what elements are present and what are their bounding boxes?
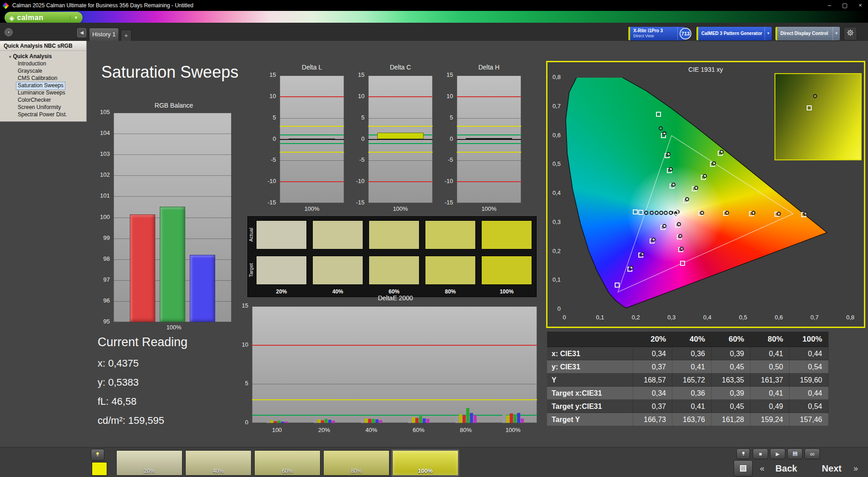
delta-e-bar xyxy=(379,420,382,423)
gridline xyxy=(280,75,344,76)
sidebar-collapse-button[interactable]: ◀ xyxy=(77,28,86,37)
table-header-cell: 80% xyxy=(750,332,789,347)
target-marker xyxy=(807,105,812,110)
table-cell: 0,54 xyxy=(789,400,829,413)
sidebar-item-grayscale[interactable]: Grayscale xyxy=(16,68,44,75)
x-axis-label: 100% xyxy=(280,205,344,212)
y-tick-label: 0,3 xyxy=(548,219,561,225)
close-button[interactable]: × xyxy=(853,0,868,11)
reference-line xyxy=(252,415,537,416)
x-tick-label: 20% xyxy=(318,427,330,433)
y-tick-label: 103 xyxy=(94,150,110,157)
table-cell: 0,49 xyxy=(750,400,789,413)
reference-line xyxy=(252,345,537,346)
sidebar-item-spectral-power-dist[interactable]: Spectral Power Dist. xyxy=(16,111,69,119)
reference-line xyxy=(368,181,433,182)
sidebar-item-saturation-sweeps[interactable]: Saturation Sweeps xyxy=(16,82,65,89)
gridline xyxy=(280,160,344,161)
y-tick-label: 15 xyxy=(347,71,365,78)
patch-button-20[interactable]: 20% xyxy=(116,450,182,476)
pin-button[interactable]: • xyxy=(5,28,13,36)
add-tab-button[interactable]: + xyxy=(121,30,132,41)
y-tick-label: -5 xyxy=(436,156,453,163)
back-button[interactable]: Back xyxy=(769,461,804,476)
settings-button[interactable] xyxy=(843,27,857,40)
window-title: Calman 2025 Calman Ultimate for Business… xyxy=(12,2,193,9)
lamp-button[interactable] xyxy=(91,449,104,461)
y-tick-label: -15 xyxy=(347,199,365,206)
delta-e-bar xyxy=(426,419,429,423)
pattern-generator-dropdown[interactable]: CalMED 3 Pattern Generator ▼ xyxy=(696,27,772,40)
delta-e-bar xyxy=(423,418,426,423)
tab-history-1[interactable]: History 1 xyxy=(89,28,119,41)
next-button[interactable]: Next xyxy=(814,461,849,476)
swatch-target-40 xyxy=(312,256,363,285)
y-tick-label: 0 xyxy=(259,135,276,142)
stop-icon xyxy=(740,465,746,472)
sidebar-item-cms-calibration[interactable]: CMS Calibration xyxy=(16,75,59,82)
reference-line xyxy=(252,399,537,400)
loop-icon: ∞ xyxy=(810,450,814,457)
loop-button[interactable]: ∞ xyxy=(804,448,820,459)
maximize-button[interactable]: ▢ xyxy=(837,0,853,11)
measurement-marker xyxy=(662,224,666,228)
y-tick-label: -15 xyxy=(436,199,453,206)
delta-c-plot xyxy=(368,75,433,203)
sidebar-tree-root[interactable]: Quick Analysis xyxy=(0,53,86,60)
gridline xyxy=(113,196,232,197)
next-chevron-button[interactable]: » xyxy=(850,461,862,476)
swatch-target-100 xyxy=(481,256,532,285)
reference-line xyxy=(368,126,433,127)
y-tick-label: -10 xyxy=(347,178,365,184)
y-tick-label: 0 xyxy=(548,305,561,312)
y-tick-label: 98 xyxy=(94,255,110,262)
chevron-down-icon: ▼ xyxy=(764,27,772,40)
x-tick-label: 0,8 xyxy=(846,314,854,321)
delta-e-bar xyxy=(325,419,328,423)
rgb-balance-chart: RGB Balance 100% 10510410310210110099989… xyxy=(94,102,234,330)
y-tick-label: -15 xyxy=(259,199,276,206)
stop-session-button[interactable] xyxy=(734,460,753,477)
measurement-marker xyxy=(813,94,817,98)
gridline xyxy=(113,134,232,134)
swatch-column-label: 60% xyxy=(389,288,399,295)
patch-button-60[interactable]: 60% xyxy=(254,450,321,476)
calman-logo-button[interactable]: ◈ calman ▼ xyxy=(5,12,83,24)
delta-e-bar xyxy=(372,419,375,423)
lamp-button-2[interactable] xyxy=(736,448,750,459)
patch-button-80[interactable]: 80% xyxy=(323,450,390,476)
sidebar-item-colorchecker[interactable]: ColorChecker xyxy=(16,97,52,104)
rainbow-strip xyxy=(0,11,868,23)
minimize-button[interactable]: – xyxy=(822,0,837,11)
swatch-target-20 xyxy=(256,256,307,285)
calman-logo-icon: ◈ xyxy=(9,15,15,21)
table-cell: 0,36 xyxy=(672,347,711,360)
gridline xyxy=(457,160,521,161)
play-button[interactable]: ▶ xyxy=(770,448,785,459)
display-control-dropdown[interactable]: Direct Display Control ▼ xyxy=(775,27,840,40)
patch-button-40[interactable]: 40% xyxy=(185,450,252,476)
reference-line xyxy=(280,134,344,135)
table-cell: 0,34 xyxy=(633,387,672,400)
sidebar-header: Quick Analysis NBC sRGB xyxy=(0,41,86,51)
delta-e-bar xyxy=(506,415,509,423)
sidebar-item-luminance-sweeps[interactable]: Luminance Sweeps xyxy=(16,89,67,97)
reference-line xyxy=(457,134,521,135)
y-tick-label: 95 xyxy=(94,318,110,325)
y-tick-label: 15 xyxy=(231,302,248,309)
stop-button[interactable]: ■ xyxy=(753,448,768,459)
results-table: 20%40%60%80%100%x: CIE310,340,360,390,41… xyxy=(547,332,829,426)
meter-dropdown[interactable]: X-Rite i1Pro 3 Direct View ▼ xyxy=(628,27,685,40)
patch-button-100[interactable]: 100% xyxy=(392,450,459,476)
swatch-actual-100 xyxy=(481,220,532,249)
table-cell: 0,37 xyxy=(633,360,672,373)
table-cell: 163,76 xyxy=(672,413,711,426)
back-chevron-button[interactable]: « xyxy=(756,461,768,476)
save-button[interactable] xyxy=(787,448,803,459)
delta-e-bar xyxy=(328,420,331,423)
reference-line xyxy=(457,181,521,182)
swatch-column-label: 20% xyxy=(276,288,287,295)
sidebar-item-screen-uniformity[interactable]: Screen Uniformity xyxy=(16,104,62,111)
play-icon: ▶ xyxy=(776,451,779,457)
sidebar-item-introduction[interactable]: Introduction xyxy=(16,60,48,68)
